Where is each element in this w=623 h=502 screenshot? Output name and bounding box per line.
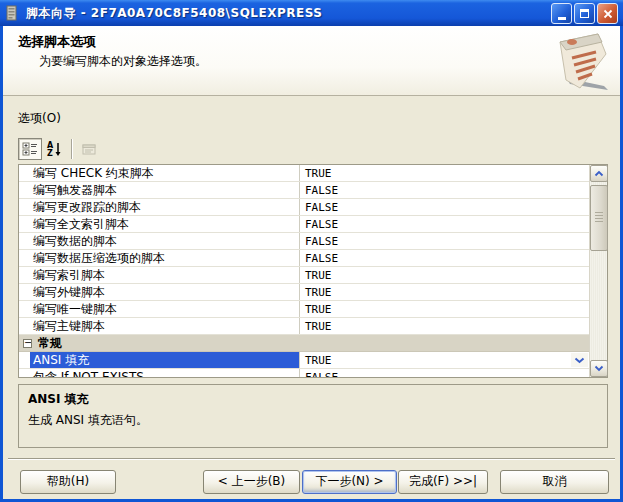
property-label-cell[interactable]: 编写更改跟踪的脚本 (19, 199, 300, 215)
property-pages-button[interactable] (77, 138, 101, 160)
description-text: 生成 ANSI 填充语句。 (28, 412, 598, 429)
value-dropdown-button[interactable] (571, 353, 588, 367)
property-label-cell[interactable]: 编写 CHECK 约束脚本 (19, 165, 300, 181)
page-title: 选择脚本选项 (18, 33, 96, 51)
property-label: 包含 If NOT EXISTS (30, 369, 299, 377)
property-label: 编写更改跟踪的脚本 (30, 199, 299, 215)
titlebar[interactable]: 脚本向导 - 2F7A0A70C8F5408\SQLEXPRESS (0, 0, 623, 26)
property-value[interactable]: FALSE (300, 250, 589, 266)
page-subtitle: 为要编写脚本的对象选择选项。 (39, 53, 207, 70)
svg-text:Z: Z (47, 149, 53, 157)
property-label-cell[interactable]: 编写全文索引脚本 (19, 216, 300, 232)
property-label-cell[interactable]: 编写索引脚本 (19, 267, 300, 283)
help-button[interactable]: 帮助(H) (20, 470, 116, 494)
property-value[interactable]: FALSE (300, 233, 589, 249)
property-row[interactable]: ANSI 填充TRUE (19, 352, 589, 369)
vertical-scrollbar[interactable] (589, 165, 607, 377)
script-scroll-icon (546, 28, 614, 92)
scrollbar-thumb[interactable] (590, 185, 608, 251)
property-row[interactable]: 编写索引脚本TRUE (19, 267, 589, 284)
property-row[interactable]: 编写主键脚本TRUE (19, 318, 589, 335)
property-label: 编写索引脚本 (30, 267, 299, 283)
property-label-cell[interactable]: ANSI 填充 (19, 352, 300, 368)
property-value[interactable]: TRUE (300, 165, 589, 181)
property-label: 编写全文索引脚本 (30, 216, 299, 232)
property-label: 编写外键脚本 (30, 284, 299, 300)
property-rows: 编写 CHECK 约束脚本TRUE编写触发器脚本FALSE编写更改跟踪的脚本FA… (19, 165, 589, 377)
collapse-icon[interactable]: − (23, 339, 32, 348)
toolbar-separator (71, 139, 72, 159)
property-label-cell[interactable]: 编写唯一键脚本 (19, 301, 300, 317)
property-label: 编写主键脚本 (30, 318, 299, 334)
property-row[interactable]: 编写触发器脚本FALSE (19, 182, 589, 199)
property-label-cell[interactable]: 编写触发器脚本 (19, 182, 300, 198)
property-label: ANSI 填充 (30, 352, 299, 368)
property-label-cell[interactable]: 编写数据压缩选项的脚本 (19, 250, 300, 266)
property-value[interactable]: FALSE (300, 199, 589, 215)
wizard-header: 选择脚本选项 为要编写脚本的对象选择选项。 (3, 26, 620, 96)
property-value[interactable]: FALSE (300, 369, 589, 377)
maximize-button[interactable] (574, 3, 595, 24)
close-button[interactable] (597, 3, 618, 24)
property-value[interactable]: TRUE (300, 267, 589, 283)
property-label-cell[interactable]: 编写外键脚本 (19, 284, 300, 300)
options-label: 选项(O) (18, 110, 61, 127)
property-label-cell[interactable]: 包含 If NOT EXISTS (19, 369, 300, 377)
property-row[interactable]: 编写数据的脚本FALSE (19, 233, 589, 250)
property-label: 编写数据压缩选项的脚本 (30, 250, 299, 266)
window-title: 脚本向导 - 2F7A0A70C8F5408\SQLEXPRESS (26, 5, 322, 22)
property-value[interactable]: TRUE (300, 301, 589, 317)
property-row[interactable]: 编写数据压缩选项的脚本FALSE (19, 250, 589, 267)
minimize-icon (558, 17, 566, 20)
property-row[interactable]: 编写全文索引脚本FALSE (19, 216, 589, 233)
property-row[interactable]: 包含 If NOT EXISTSFALSE (19, 369, 589, 377)
sort-alphabetical-button[interactable]: A Z (42, 138, 66, 160)
sort-alphabetical-icon: A Z (46, 141, 62, 157)
finish-button[interactable]: 完成(F) >>| (398, 470, 488, 494)
description-panel: ANSI 填充 生成 ANSI 填充语句。 (18, 384, 608, 448)
scroll-down-button[interactable] (590, 360, 608, 377)
property-row[interactable]: 编写唯一键脚本TRUE (19, 301, 589, 318)
property-label: 编写触发器脚本 (30, 182, 299, 198)
property-value[interactable]: TRUE (300, 318, 589, 334)
property-value[interactable]: FALSE (300, 216, 589, 232)
property-grid-toolbar: A Z (18, 137, 101, 161)
minimize-button[interactable] (551, 3, 572, 24)
property-row[interactable]: 编写 CHECK 约束脚本TRUE (19, 165, 589, 182)
property-label-cell[interactable]: 编写数据的脚本 (19, 233, 300, 249)
category-row[interactable]: −常规 (19, 335, 589, 352)
chevron-down-icon (594, 365, 604, 372)
property-row[interactable]: 编写外键脚本TRUE (19, 284, 589, 301)
description-title: ANSI 填充 (28, 391, 598, 408)
chevron-down-icon (574, 357, 585, 364)
footer-separator (8, 458, 615, 460)
chevron-up-icon (594, 170, 604, 177)
categorized-button[interactable] (18, 138, 42, 160)
property-value[interactable]: TRUE (300, 352, 589, 368)
property-value[interactable]: TRUE (300, 284, 589, 300)
property-value[interactable]: FALSE (300, 182, 589, 198)
script-wizard-window: 脚本向导 - 2F7A0A70C8F5408\SQLEXPRESS 选择脚本选项… (0, 0, 623, 502)
maximize-icon (580, 9, 589, 18)
property-label-cell[interactable]: 编写主键脚本 (19, 318, 300, 334)
app-icon (5, 5, 21, 21)
property-grid: 编写 CHECK 约束脚本TRUE编写触发器脚本FALSE编写更改跟踪的脚本FA… (18, 164, 608, 378)
next-button[interactable]: 下一步(N) > (302, 470, 397, 494)
back-button[interactable]: < 上一步(B) (203, 470, 300, 494)
categorized-icon (22, 141, 38, 157)
close-icon (603, 9, 613, 19)
cancel-button[interactable]: 取消 (500, 470, 609, 494)
property-label: 编写数据的脚本 (30, 233, 299, 249)
property-pages-icon (81, 141, 97, 157)
property-row[interactable]: 编写更改跟踪的脚本FALSE (19, 199, 589, 216)
category-label: 常规 (38, 335, 62, 352)
property-label: 编写 CHECK 约束脚本 (30, 165, 299, 181)
scroll-up-button[interactable] (590, 165, 608, 182)
dialog-client-area: 选择脚本选项 为要编写脚本的对象选择选项。 选项(O) (3, 26, 620, 499)
property-label: 编写唯一键脚本 (30, 301, 299, 317)
